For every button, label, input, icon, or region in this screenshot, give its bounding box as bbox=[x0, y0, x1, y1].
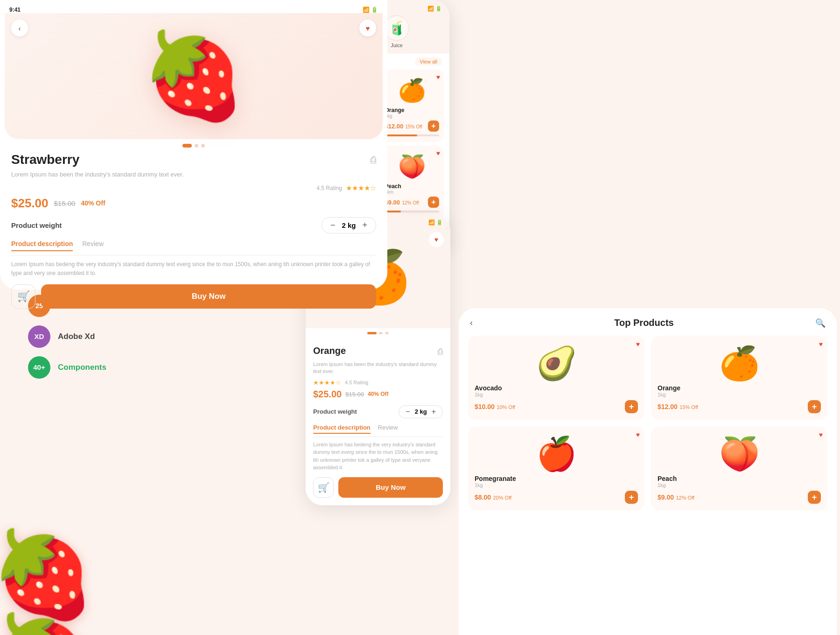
tp-title: Top Products bbox=[614, 318, 673, 328]
orange-price-off: 40% Off bbox=[368, 391, 389, 397]
top-products-panel: ‹ Top Products 🔍 ♥ 🥑 Avocado 1kg $10.00 … bbox=[459, 308, 837, 635]
tp-pomegranate-off: 20% Off bbox=[493, 495, 512, 501]
tp-pomegranate-price-row: $8.00 20% Off + bbox=[475, 491, 638, 504]
tp-orange-add[interactable]: + bbox=[808, 400, 821, 413]
orange-product-title: Orange bbox=[313, 346, 346, 356]
sd-dot-2 bbox=[201, 144, 205, 148]
orange-progress-fill bbox=[385, 134, 418, 136]
tp-peach-weight: 1kg bbox=[658, 482, 821, 488]
orange-tabs: Product description Review bbox=[313, 424, 443, 437]
tp-pomegranate-heart: ♥ bbox=[636, 431, 640, 438]
phone1-signal: 📶 🔋 bbox=[427, 6, 442, 12]
slide-dot-1 bbox=[379, 332, 383, 334]
sd-info-section: Strawberry ⎙ Lorem Ipsum has been the in… bbox=[0, 152, 387, 316]
weight-value: 2 kg bbox=[415, 408, 427, 415]
orange-price-old: $15.00 bbox=[345, 391, 364, 398]
tp-avocado-price: $10.00 bbox=[475, 403, 495, 410]
sd-price: $25.00 bbox=[11, 196, 49, 211]
tp-avocado-add[interactable]: + bbox=[625, 400, 638, 413]
orange-buy-now-btn[interactable]: Buy Now bbox=[338, 477, 443, 498]
weight-minus-btn[interactable]: − bbox=[406, 408, 410, 416]
tp-pomegranate-add[interactable]: + bbox=[625, 491, 638, 504]
phone2-heart-btn[interactable]: ♥ bbox=[429, 232, 444, 247]
sd-cart-btn[interactable]: 🛒 bbox=[11, 284, 35, 309]
sd-title-row: Strawberry ⎙ bbox=[11, 152, 376, 167]
orange-stars: ★★★★☆ bbox=[313, 379, 341, 386]
tp-back-btn[interactable]: ‹ bbox=[470, 318, 473, 328]
view-all-btn[interactable]: View all bbox=[415, 57, 442, 66]
sd-fruit-emoji: 🍓 bbox=[141, 27, 246, 126]
sd-description-text: Lorem Ipsum has bedeng the very industry… bbox=[11, 260, 376, 278]
tp-peach-price-row: $9.00 12% Off + bbox=[658, 491, 821, 504]
orange-img: 🍊 bbox=[385, 74, 440, 107]
weight-plus-btn[interactable]: + bbox=[432, 408, 436, 416]
sd-dot-1 bbox=[195, 144, 198, 148]
sd-time: 9:41 bbox=[9, 7, 21, 13]
tp-orange-img: 🍊 bbox=[658, 342, 821, 384]
tp-pomegranate[interactable]: ♥ 🍎 Pomegranate 1kg $8.00 20% Off + bbox=[468, 426, 644, 510]
sd-weight-plus[interactable]: + bbox=[362, 220, 367, 230]
orange-price-info: $12.00 15% Off bbox=[385, 122, 422, 130]
tp-orange-name: Orange bbox=[658, 384, 821, 392]
sd-tabs-row: Product description Review bbox=[11, 240, 376, 255]
orange-rating-label: 4.5 Rating bbox=[345, 380, 368, 385]
sd-weight-label: Product weight bbox=[11, 221, 62, 229]
tp-orange-weight: 1kg bbox=[658, 392, 821, 397]
tp-orange-off: 15% Off bbox=[679, 404, 698, 410]
orange-heart-icon: ♥ bbox=[436, 73, 440, 81]
orange-product-desc: Lorem Ipsum has been the industry's stan… bbox=[313, 361, 443, 375]
sd-rating-label: 4.5 Rating bbox=[316, 185, 342, 191]
peach-weight: 1km bbox=[385, 190, 440, 195]
orange-price: $12.00 bbox=[385, 123, 404, 130]
xd-badge: XD bbox=[28, 325, 50, 348]
peach-heart-icon: ♥ bbox=[436, 149, 440, 157]
peach-price-info: $9.00 12% Off bbox=[385, 198, 419, 206]
orange-weight-label: Product weight bbox=[313, 408, 357, 415]
share-icon[interactable]: ⎙ bbox=[438, 347, 443, 357]
tp-peach-price: $9.00 bbox=[658, 494, 674, 501]
tab-review[interactable]: Review bbox=[378, 424, 398, 434]
sd-buy-now-btn[interactable]: Buy Now bbox=[41, 284, 376, 309]
sd-price-old: $15.00 bbox=[54, 199, 76, 207]
tp-orange-price-info: $12.00 15% Off bbox=[658, 402, 698, 411]
sd-weight-control: − 2 kg + bbox=[322, 217, 376, 233]
sd-weight-row: Product weight − 2 kg + bbox=[11, 217, 376, 233]
sd-tab-description[interactable]: Product description bbox=[11, 240, 73, 251]
tp-search-icon[interactable]: 🔍 bbox=[815, 318, 826, 328]
tp-peach[interactable]: ♥ 🍑 Peach 1kg $9.00 12% Off + bbox=[651, 426, 827, 510]
tp-peach-add[interactable]: + bbox=[808, 491, 821, 504]
peach-add-btn[interactable]: + bbox=[428, 197, 439, 208]
stat-components: 40+ Components bbox=[28, 356, 280, 379]
juice-icon-wrap: 🧃 bbox=[384, 15, 409, 41]
sd-signal: 📶 🔋 bbox=[363, 7, 378, 13]
orange-weight-control: − 2 kg + bbox=[399, 405, 443, 418]
sd-price-row: $25.00 $15.00 40% Off bbox=[11, 196, 376, 211]
components-badge: 40+ bbox=[28, 356, 50, 379]
tab-description[interactable]: Product description bbox=[313, 424, 371, 434]
tp-product-grid: ♥ 🥑 Avocado 1kg $10.00 10% Off + ♥ 🍊 Ora… bbox=[468, 336, 827, 510]
tp-orange[interactable]: ♥ 🍊 Orange 1kg $12.00 15% Off + bbox=[651, 336, 827, 420]
orange-price-lg: $25.00 bbox=[313, 389, 342, 400]
sd-weight-value: 2 kg bbox=[342, 221, 356, 229]
product-orange[interactable]: ♥ 🍊 Orange 1kg $12.00 15% Off + bbox=[380, 70, 444, 142]
orange-weight: 1kg bbox=[385, 113, 440, 119]
tp-peach-off: 12% Off bbox=[676, 495, 695, 501]
product-peach[interactable]: ♥ 🍑 Peach 1km $9.00 12% Off + bbox=[380, 146, 444, 218]
tp-peach-heart: ♥ bbox=[819, 431, 823, 438]
orange-cart-btn[interactable]: 🛒 bbox=[313, 477, 334, 498]
sd-share-icon[interactable]: ⎙ bbox=[371, 155, 376, 165]
tp-avocado-img: 🥑 bbox=[475, 342, 638, 384]
tp-avocado-price-info: $10.00 10% Off bbox=[475, 402, 515, 411]
cat-juice-label: Juice bbox=[391, 42, 403, 48]
tp-avocado-price-row: $10.00 10% Off + bbox=[475, 400, 638, 413]
orange-add-btn[interactable]: + bbox=[428, 120, 439, 132]
sd-heart-btn[interactable]: ♥ bbox=[359, 20, 376, 36]
sd-back-btn[interactable]: ‹ bbox=[11, 20, 28, 36]
tp-avocado[interactable]: ♥ 🥑 Avocado 1kg $10.00 10% Off + bbox=[468, 336, 644, 420]
sd-carousel-dots bbox=[0, 144, 387, 148]
peach-progress-bar bbox=[385, 211, 440, 212]
sd-tab-review[interactable]: Review bbox=[82, 240, 104, 251]
sd-rating-row: 4.5 Rating ★★★★☆ bbox=[11, 184, 376, 192]
sd-weight-minus[interactable]: − bbox=[330, 220, 336, 230]
tp-pomegranate-name: Pomegranate bbox=[475, 475, 638, 482]
